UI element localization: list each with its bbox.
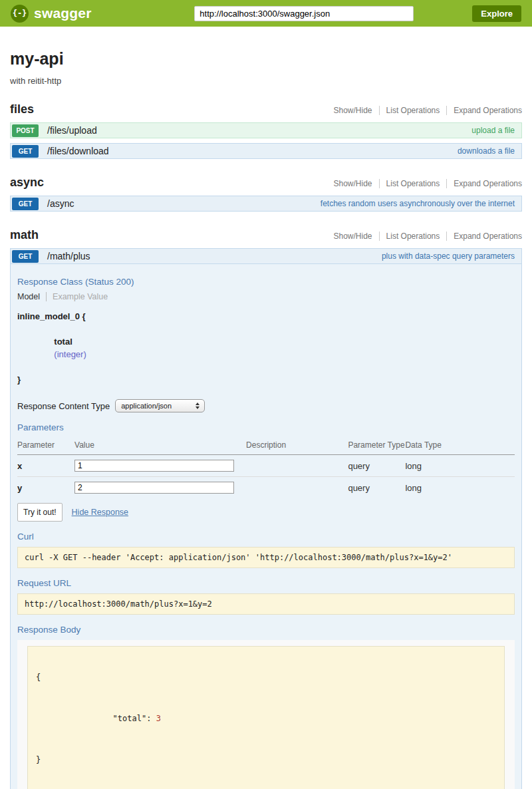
- endpoint-row-get-files-download[interactable]: GET /files/download downloads a file: [10, 143, 522, 159]
- json-key: "total":: [103, 714, 156, 723]
- column-header-parameter: Parameter: [17, 438, 74, 455]
- endpoint-row-get-async[interactable]: GET /async fetches random users asynchro…: [10, 196, 522, 212]
- json-open-brace: {: [36, 672, 496, 683]
- show-hide-link[interactable]: Show/Hide: [327, 232, 379, 241]
- parameter-x-input[interactable]: [74, 460, 234, 472]
- section-controls-math: Show/Hide List Operations Expand Operati…: [327, 232, 522, 241]
- spec-url-input[interactable]: [194, 6, 414, 21]
- response-body-wrapper: { "total": 3 }: [17, 640, 515, 789]
- parameter-name: x: [17, 455, 74, 477]
- expand-operations-link[interactable]: Expand Operations: [446, 106, 522, 115]
- swagger-logo-text: swagger: [34, 5, 92, 21]
- section-async: async Show/Hide List Operations Expand O…: [10, 176, 522, 212]
- show-hide-link[interactable]: Show/Hide: [327, 106, 379, 115]
- request-url-value: http://localhost:3000/math/plus?x=1&y=2: [17, 593, 515, 615]
- endpoint-row-post-files-upload[interactable]: POST /files/upload upload a file: [10, 122, 522, 138]
- section-controls-async: Show/Hide List Operations Expand Operati…: [327, 179, 522, 188]
- method-badge-get: GET: [12, 145, 39, 158]
- list-operations-link[interactable]: List Operations: [379, 179, 447, 188]
- model-property-name: total: [54, 337, 72, 347]
- endpoint-summary[interactable]: plus with data-spec query parameters: [382, 251, 515, 261]
- json-value: 3: [156, 714, 161, 723]
- endpoint-path[interactable]: /math/plus: [47, 251, 90, 261]
- list-operations-link[interactable]: List Operations: [379, 106, 447, 115]
- column-header-parameter-type: Parameter Type: [348, 438, 405, 455]
- response-content-type-label: Response Content Type: [17, 401, 110, 411]
- response-content-type-value: application/json: [121, 402, 172, 410]
- json-close-brace: }: [36, 754, 496, 766]
- section-files: files Show/Hide List Operations Expand O…: [10, 102, 522, 159]
- endpoint-path[interactable]: /async: [47, 198, 74, 209]
- api-info: my-api with reitit-http: [10, 49, 522, 86]
- api-description: with reitit-http: [10, 76, 522, 86]
- tab-example-value[interactable]: Example Value: [46, 292, 108, 301]
- swagger-logo-icon: {-}: [11, 5, 29, 23]
- show-hide-link[interactable]: Show/Hide: [327, 179, 379, 188]
- parameter-y-input[interactable]: [74, 482, 234, 494]
- section-title-files: files: [10, 102, 34, 116]
- section-math: math Show/Hide List Operations Expand Op…: [10, 228, 522, 789]
- method-badge-get: GET: [12, 250, 39, 263]
- model-property-type: (integer): [54, 349, 86, 359]
- response-content-type-select[interactable]: application/json: [115, 399, 205, 412]
- section-controls-files: Show/Hide List Operations Expand Operati…: [327, 106, 522, 115]
- response-body-heading: Response Body: [17, 625, 515, 635]
- parameter-data-type: long: [405, 477, 515, 499]
- endpoint-get-math-plus-expanded: GET /math/plus plus with data-spec query…: [10, 248, 522, 789]
- curl-command: curl -X GET --header 'Accept: applicatio…: [17, 547, 515, 568]
- parameters-table: Parameter Value Description Parameter Ty…: [17, 438, 515, 498]
- tab-model[interactable]: Model: [17, 292, 46, 301]
- explore-button[interactable]: Explore: [472, 5, 521, 22]
- parameter-data-type: long: [405, 455, 515, 477]
- parameter-description: [246, 477, 348, 499]
- parameter-type: query: [348, 455, 405, 477]
- parameter-name: y: [17, 477, 74, 499]
- endpoint-summary[interactable]: downloads a file: [458, 146, 515, 156]
- model-tabs: Model Example Value: [17, 292, 515, 301]
- request-url-heading: Request URL: [17, 578, 515, 588]
- operation-content: Response Class (Status 200) Model Exampl…: [10, 264, 522, 789]
- response-class-heading: Response Class (Status 200): [17, 277, 515, 287]
- endpoint-path[interactable]: /files/download: [47, 146, 109, 156]
- expand-operations-link[interactable]: Expand Operations: [446, 232, 522, 241]
- parameter-row-x: x query long: [17, 455, 515, 477]
- top-bar: {-} swagger Explore: [0, 0, 532, 27]
- column-header-value: Value: [74, 438, 246, 455]
- endpoint-path[interactable]: /files/upload: [47, 125, 97, 136]
- endpoint-row-get-math-plus[interactable]: GET /math/plus plus with data-spec query…: [10, 248, 522, 264]
- endpoint-summary[interactable]: fetches random users asynchronously over…: [321, 199, 515, 208]
- endpoint-summary[interactable]: upload a file: [471, 126, 515, 135]
- section-title-async: async: [10, 176, 44, 190]
- try-it-out-button[interactable]: Try it out!: [17, 503, 63, 522]
- expand-operations-link[interactable]: Expand Operations: [446, 179, 522, 188]
- parameters-heading: Parameters: [17, 422, 515, 432]
- model-signature: inline_model_0 { total (integer) }: [17, 310, 515, 386]
- method-badge-get: GET: [12, 198, 39, 210]
- model-name: inline_model_0 {: [17, 310, 515, 323]
- response-body-json: { "total": 3 }: [27, 646, 505, 789]
- curl-heading: Curl: [17, 532, 515, 542]
- parameter-row-y: y query long: [17, 477, 515, 499]
- list-operations-link[interactable]: List Operations: [379, 232, 447, 241]
- hide-response-link[interactable]: Hide Response: [72, 508, 128, 517]
- parameter-description: [246, 455, 348, 477]
- select-stepper-icon: [196, 402, 200, 409]
- section-title-math: math: [10, 228, 39, 242]
- api-title: my-api: [10, 49, 522, 69]
- column-header-data-type: Data Type: [405, 438, 515, 455]
- swagger-logo: {-} swagger: [11, 5, 92, 23]
- column-header-description: Description: [246, 438, 348, 455]
- parameter-type: query: [348, 477, 405, 499]
- model-close-brace: }: [17, 373, 515, 386]
- method-badge-post: POST: [12, 124, 39, 137]
- api-documentation: my-api with reitit-http files Show/Hide …: [0, 49, 532, 789]
